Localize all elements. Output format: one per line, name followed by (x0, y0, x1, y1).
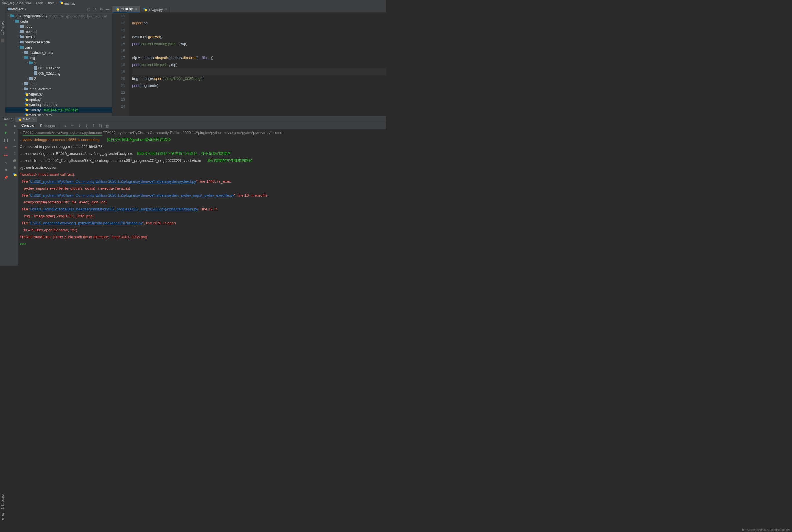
code-line[interactable]: cfp = os.path.abspath(os.path.dirname(__… (132, 54, 386, 61)
expand-arrow-icon[interactable]: › (21, 88, 24, 91)
tool-square-icon[interactable] (1, 39, 4, 42)
step-out-icon[interactable]: ⤒ (91, 123, 96, 129)
expand-arrow-icon[interactable]: › (16, 36, 20, 38)
code-line[interactable] (132, 13, 386, 20)
code-line[interactable] (132, 68, 386, 75)
down-icon[interactable]: ↓ (13, 137, 17, 142)
resume-icon[interactable]: ▶ (3, 130, 8, 135)
tree-row[interactable]: ›.idea (5, 24, 112, 29)
expand-arrow-icon[interactable]: ˅ (21, 56, 24, 59)
tree-row[interactable]: main.py当前脚本文件所在路径 (5, 108, 112, 113)
debugger-tab[interactable]: Debugger (37, 123, 58, 129)
tree-row[interactable]: ›evaluate_index (5, 50, 112, 55)
expand-arrow-icon[interactable]: ˅ (16, 46, 20, 49)
target-icon[interactable]: ◎ (86, 7, 91, 12)
step-over-icon[interactable]: ≡ (63, 123, 68, 129)
tree-row[interactable]: ˅code (5, 19, 112, 24)
force-step-icon[interactable]: ⤓̲ (84, 123, 89, 129)
tree-row[interactable]: ›method (5, 29, 112, 35)
tree-row[interactable]: input.py (5, 97, 112, 102)
run-to-cursor-icon[interactable]: ⤒| (98, 123, 103, 129)
debug-run-config-name: main (23, 117, 31, 121)
tree-row[interactable]: ›runs_archieve (5, 87, 112, 92)
wrap-icon[interactable]: ↵ (13, 145, 17, 149)
code-line[interactable]: cwp = os.getcwd() (132, 34, 386, 40)
py-console-icon[interactable] (13, 172, 17, 177)
tree-row[interactable]: ›preprocesscode (5, 40, 112, 45)
tree-row[interactable]: ›2 (5, 76, 112, 81)
traceback-link[interactable]: E:\020_pycharm\PyCharm Community Edition… (30, 179, 196, 184)
tree-row[interactable]: main_debug.py (5, 113, 112, 116)
traceback-link[interactable]: E:\019_anaconda\envs\seg_pytorch\lib\sit… (30, 221, 143, 225)
view-breakpoints-icon[interactable]: ●● (3, 153, 8, 158)
tree-row[interactable]: learning_record.py (5, 102, 112, 108)
step-into-icon[interactable]: ↷ (70, 123, 75, 129)
tree-row[interactable]: ›predict (5, 35, 112, 40)
breadcrumb-item[interactable]: code (36, 1, 43, 5)
code-line[interactable] (132, 89, 386, 96)
tree-row[interactable]: ˅img (5, 55, 112, 60)
hide-icon[interactable]: — (105, 7, 110, 12)
scroll-icon[interactable]: ⇩ (13, 151, 17, 156)
stop-icon[interactable]: ■ (3, 145, 8, 150)
code-line[interactable]: img = Image.open('./img/1/001_0085.png') (132, 75, 386, 82)
code-line[interactable] (132, 103, 386, 110)
gutter: 1112131415161718192021222324 (112, 13, 129, 116)
tree-row[interactable]: 005_0282.png (5, 71, 112, 76)
pause-icon[interactable]: ❚❚ (3, 137, 8, 143)
mute-breakpoints-icon[interactable]: ⦸ (3, 160, 8, 165)
editor-tab[interactable]: Image.py (140, 7, 170, 13)
code-line[interactable]: print('current file path:', cfp) (132, 61, 386, 68)
editor-tab[interactable]: main.py (112, 6, 140, 13)
expand-arrow-icon[interactable]: ˅ (12, 20, 15, 23)
debug-run-config-tab[interactable]: main (15, 117, 37, 122)
traceback-link[interactable]: E:\020_pycharm\PyCharm Community Edition… (30, 193, 234, 197)
console-output[interactable]: ↑ E:\019_anaconda\envs\seg_pytorch\pytho… (18, 129, 386, 266)
gear-icon[interactable]: ⚙ (99, 7, 104, 12)
project-tree[interactable]: ˅007_seg(20200225)D:\001_DoingScience\00… (5, 13, 112, 116)
clear-icon[interactable]: 🗑 (13, 165, 17, 170)
up-icon[interactable]: ↑ (13, 131, 17, 135)
expand-arrow-icon[interactable]: › (21, 82, 24, 86)
expand-arrow-icon[interactable]: › (16, 41, 20, 44)
traceback-link[interactable]: D:/001_DoingScience/003_heartsegmentatio… (30, 207, 198, 211)
tree-row[interactable]: ˅train (5, 45, 112, 50)
tree-row[interactable]: helper.py (5, 92, 112, 97)
code-line[interactable]: import os (132, 20, 386, 26)
step-into-my-icon[interactable]: ⤓ (77, 123, 82, 129)
close-icon[interactable] (32, 117, 35, 121)
breadcrumb-item[interactable]: main.py (59, 1, 76, 5)
expand-arrow-icon[interactable]: ˅ (25, 62, 29, 64)
code-line[interactable] (132, 26, 386, 34)
code-line[interactable] (132, 48, 386, 54)
expand-arrow-icon[interactable]: ˅ (7, 15, 11, 18)
expand-icon[interactable]: ⇄ (92, 7, 97, 12)
expand-arrow-icon[interactable]: › (16, 25, 20, 28)
close-icon[interactable] (134, 7, 137, 11)
code-line[interactable]: print(img.mode) (132, 82, 386, 89)
pin-icon[interactable]: 📌 (3, 175, 8, 180)
expand-arrow-icon[interactable]: › (16, 31, 20, 33)
console-tab[interactable]: Console (19, 123, 37, 129)
rerun-icon[interactable]: ↻ (3, 122, 8, 128)
close-icon[interactable] (164, 7, 167, 12)
evaluate-icon[interactable]: ▦ (105, 123, 110, 129)
tree-row[interactable]: ˅007_seg(20200225)D:\001_DoingScience\00… (5, 14, 112, 19)
tree-row[interactable]: ›runs (5, 81, 112, 87)
code-area[interactable]: import oscwp = os.getcwd()print('current… (129, 13, 386, 116)
breadcrumb-item[interactable]: 007_seg(20200225) (2, 1, 31, 5)
code-line[interactable]: print('current working path:', cwp) (132, 40, 386, 48)
project-title[interactable]: Project (12, 7, 23, 11)
tree-row[interactable]: ˅1 (5, 60, 112, 66)
code-line[interactable] (132, 96, 386, 103)
expand-arrow-icon[interactable]: › (25, 77, 29, 80)
dropdown-icon[interactable] (23, 7, 26, 11)
expand-arrow-icon[interactable]: › (21, 51, 24, 54)
settings-icon[interactable]: ⚙ (3, 168, 8, 173)
print-icon[interactable]: 🖶 (13, 158, 17, 163)
breadcrumb-item[interactable]: train (48, 1, 54, 5)
tree-row[interactable]: 001_0085.png (5, 66, 112, 71)
editor-body[interactable]: 1112131415161718192021222324 import oscw… (112, 13, 386, 116)
project-tool-tab[interactable]: 1: Project (1, 20, 4, 36)
show-execution-point-icon[interactable]: ▶ (13, 123, 18, 129)
